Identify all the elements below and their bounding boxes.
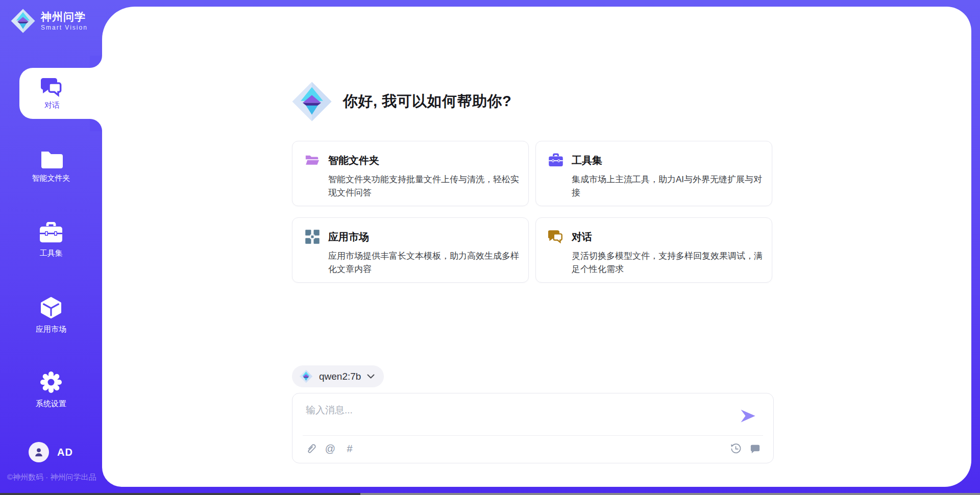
sidebar-item-label: 智能文件夹 <box>32 174 70 183</box>
card-description: 灵活切换多模型文件，支持多样回复效果调试，满足个性化需求 <box>572 250 768 276</box>
card-chat[interactable]: 对话 灵活切换多模型文件，支持多样回复效果调试，满足个性化需求 <box>535 217 772 283</box>
gear-icon <box>39 370 63 394</box>
chat-bubbles-icon <box>548 229 564 244</box>
model-selector[interactable]: qwen2:7b <box>292 365 384 387</box>
sidebar-item-label: 工具集 <box>40 249 63 258</box>
sidebar-item-toolset[interactable]: 工具集 <box>0 212 102 268</box>
toolbox-icon <box>548 153 564 168</box>
sidebar-item-smart-folder[interactable]: 智能文件夹 <box>0 138 102 194</box>
brand-logo-icon <box>10 8 36 34</box>
card-title: 工具集 <box>572 154 602 167</box>
card-title: 应用市场 <box>328 230 369 244</box>
hashtag-icon[interactable]: # <box>344 442 356 455</box>
feature-cards: 智能文件夹 智能文件夹功能支持批量文件上传与清洗，轻松实现文件问答 工具集 集成… <box>292 141 774 283</box>
sidebar-item-label: 系统设置 <box>36 399 66 409</box>
send-button[interactable] <box>739 407 757 425</box>
card-description: 集成市场上主流工具，助力AI与外界无缝扩展与对接 <box>572 173 768 199</box>
card-description: 应用市场提供丰富长文本模板，助力高效生成多样化文章内容 <box>328 250 524 276</box>
card-description: 智能文件夹功能支持批量文件上传与清洗，轻松实现文件问答 <box>328 173 524 199</box>
card-smart-folder[interactable]: 智能文件夹 智能文件夹功能支持批量文件上传与清洗，轻松实现文件问答 <box>292 141 529 206</box>
user-profile[interactable]: AD <box>29 442 73 462</box>
sidebar-item-app-market[interactable]: 应用市场 <box>0 287 102 343</box>
sidebar-item-label: 对话 <box>44 101 60 110</box>
sidebar-item-settings[interactable]: 系统设置 <box>0 361 102 417</box>
composer-divider <box>303 435 763 436</box>
card-toolset[interactable]: 工具集 集成市场上主流工具，助力AI与外界无缝扩展与对接 <box>535 141 772 206</box>
folder-open-icon <box>305 153 320 168</box>
chevron-down-icon <box>367 374 375 379</box>
sidebar: 神州问学 Smart Vision .cb-front{fill:#ffffff… <box>0 0 102 495</box>
person-icon <box>33 447 44 458</box>
attachment-icon[interactable] <box>305 442 317 455</box>
tab-curve-bottom <box>90 119 102 131</box>
brand: 神州问学 Smart Vision <box>10 8 88 34</box>
toolbox-icon <box>39 222 63 243</box>
user-initials: AD <box>57 447 73 458</box>
window-bottom-edge <box>0 493 980 495</box>
quick-phrase-icon[interactable] <box>749 442 761 455</box>
card-title: 对话 <box>572 230 592 244</box>
send-icon <box>739 407 757 425</box>
brand-subtitle: Smart Vision <box>41 24 88 31</box>
sidebar-item-label: 应用市场 <box>36 325 66 334</box>
cube-icon <box>39 296 63 319</box>
model-name: qwen2:7b <box>319 371 361 382</box>
avatar <box>29 442 49 462</box>
greeting-text: 你好, 我可以如何帮助你? <box>343 91 511 112</box>
copyright-footer: ©神州数码 · 神州问学出品 <box>7 473 96 482</box>
mention-icon[interactable]: @ <box>324 442 336 455</box>
model-logo-icon <box>299 369 313 383</box>
greeting: 你好, 我可以如何帮助你? <box>291 81 511 122</box>
message-composer: @ # <box>292 393 774 463</box>
card-app-market[interactable]: 应用市场 应用市场提供丰富长文本模板，助力高效生成多样化文章内容 <box>292 217 529 283</box>
folder-icon <box>39 149 63 168</box>
tab-curve-top <box>90 56 102 68</box>
assistant-logo-icon <box>291 81 333 122</box>
message-input[interactable] <box>305 403 736 433</box>
chat-bubbles-icon: .cb-front{fill:#ffffff;} <box>40 77 64 97</box>
history-icon[interactable] <box>729 442 742 455</box>
composer-toolbar: @ # <box>305 442 761 455</box>
brand-name: 神州问学 <box>41 11 88 22</box>
card-title: 智能文件夹 <box>328 154 379 167</box>
pixel-grid-icon <box>305 229 320 244</box>
sidebar-item-chat[interactable]: .cb-front{fill:#ffffff;} 对话 <box>19 68 102 119</box>
